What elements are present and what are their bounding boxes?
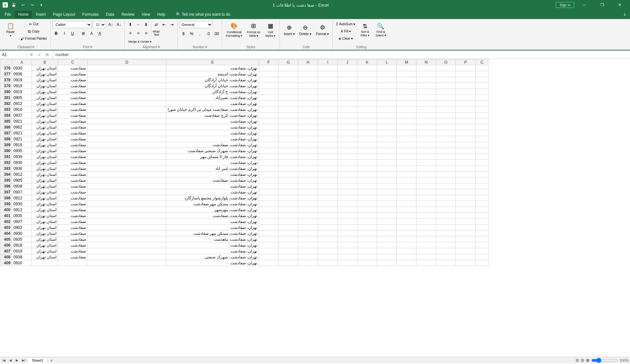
cell-q[interactable] (475, 225, 489, 231)
cell-a[interactable]: 0937 (12, 112, 32, 118)
cell-h[interactable] (298, 219, 318, 225)
cell-k[interactable] (357, 195, 377, 201)
cell-k[interactable] (357, 225, 377, 231)
menu-review[interactable]: Review (118, 11, 137, 18)
cell-l[interactable] (377, 219, 397, 225)
cell-n[interactable] (416, 195, 436, 201)
cell-k[interactable] (357, 166, 377, 172)
cell-p[interactable] (456, 201, 475, 207)
cell-l[interactable] (377, 207, 397, 213)
cell-a[interactable]: 0936 (12, 71, 32, 77)
cell-g[interactable] (279, 71, 298, 77)
cell-i[interactable] (318, 195, 338, 201)
cell-f[interactable] (259, 166, 279, 172)
cell-p[interactable] (456, 154, 475, 160)
cell-f[interactable] (259, 219, 279, 225)
cell-q[interactable] (475, 242, 489, 248)
cell-b[interactable]: استان تهران (32, 189, 58, 195)
cell-n[interactable] (416, 183, 436, 189)
cell-n[interactable] (416, 83, 436, 89)
cell-e[interactable]: تهران، صفادشت، صفادشت میدان بی اکرم خیاب… (166, 107, 259, 112)
cell-p[interactable] (456, 124, 475, 130)
cell-g[interactable] (279, 195, 298, 201)
cell-a[interactable]: 0919 (12, 248, 32, 254)
cell-f[interactable] (259, 195, 279, 201)
cell-d[interactable] (88, 71, 166, 77)
cell-q[interactable] (475, 130, 489, 136)
cell-g[interactable] (279, 65, 298, 71)
row-number[interactable]: 381 (0, 95, 12, 101)
cell-k[interactable] (357, 148, 377, 154)
cell-c[interactable]: صفادشت (58, 83, 88, 89)
cell-o[interactable] (436, 160, 456, 166)
cell-h[interactable] (298, 207, 318, 213)
cell-q[interactable] (475, 95, 489, 101)
cell-g[interactable] (279, 225, 298, 231)
cell-g[interactable] (279, 77, 298, 83)
cell-l[interactable] (377, 195, 397, 201)
cell-f[interactable] (259, 248, 279, 254)
cell-b[interactable]: استان تهران (32, 160, 58, 166)
cell-q[interactable] (475, 201, 489, 207)
cell-d[interactable] (88, 65, 166, 71)
cell-p[interactable] (456, 248, 475, 254)
cell-n[interactable] (416, 118, 436, 124)
cell-q[interactable] (475, 213, 489, 219)
cell-l[interactable] (377, 101, 397, 107)
number-expand-icon[interactable]: ⧉ (205, 45, 207, 49)
cell-j[interactable] (338, 183, 357, 189)
cell-j[interactable] (338, 201, 357, 207)
cell-q[interactable] (475, 177, 489, 183)
cell-i[interactable] (318, 83, 338, 89)
cell-e[interactable]: تهران، صفادشت، خ آزادگان (166, 89, 259, 95)
cell-g[interactable] (279, 254, 298, 260)
cell-b[interactable]: استان تهران (32, 166, 58, 172)
cell-e[interactable]: تهران، صفادشت، کرج صفادشت (166, 112, 259, 118)
col-header-k[interactable]: K (357, 59, 377, 65)
cell-b[interactable]: استان تهران (32, 219, 58, 225)
cell-a[interactable]: 0939 (12, 154, 32, 160)
cell-q[interactable] (475, 101, 489, 107)
cell-f[interactable] (259, 136, 279, 142)
cell-h[interactable] (298, 142, 318, 148)
cell-e[interactable]: تهران، صفادشت (166, 124, 259, 130)
cell-d[interactable] (88, 136, 166, 142)
cell-j[interactable] (338, 260, 357, 266)
menu-insert[interactable]: Insert (32, 11, 49, 18)
view-page-break-button[interactable]: ▦ (586, 358, 589, 362)
cell-p[interactable] (456, 136, 475, 142)
cell-j[interactable] (338, 189, 357, 195)
col-header-d[interactable]: D (88, 59, 166, 65)
cell-p[interactable] (456, 207, 475, 213)
cell-l[interactable] (377, 124, 397, 130)
cell-d[interactable] (88, 95, 166, 101)
cell-b[interactable] (32, 260, 58, 266)
cell-b[interactable]: استان تهران (32, 107, 58, 112)
cell-a[interactable]: 0919 (12, 83, 32, 89)
row-number[interactable]: 390 (0, 148, 12, 154)
row-number[interactable]: 385 (0, 118, 12, 124)
cell-j[interactable] (338, 83, 357, 89)
cell-n[interactable] (416, 236, 436, 242)
cell-h[interactable] (298, 101, 318, 107)
cell-c[interactable]: صفادشت (58, 136, 88, 142)
cell-h[interactable] (298, 254, 318, 260)
cell-a[interactable]: 0921 (12, 130, 32, 136)
cell-k[interactable] (357, 107, 377, 112)
cell-l[interactable] (377, 225, 397, 231)
cell-c[interactable]: صفادشت (58, 172, 88, 177)
cell-n[interactable] (416, 89, 436, 95)
row-number[interactable]: 395 (0, 177, 12, 183)
cell-e[interactable]: تهران، صفادشت، نصیرآباد (166, 95, 259, 101)
cell-p[interactable] (456, 148, 475, 154)
cell-d[interactable] (88, 231, 166, 236)
align-center-button[interactable]: ≡ (135, 30, 142, 37)
cell-a[interactable]: 0919 (12, 142, 32, 148)
cell-o[interactable] (436, 213, 456, 219)
row-number[interactable]: 394 (0, 172, 12, 177)
font-size-dropdown[interactable]: 11 (93, 21, 106, 28)
cell-m[interactable] (397, 183, 416, 189)
cell-b[interactable]: استان تهران (32, 118, 58, 124)
row-number[interactable]: 400 (0, 207, 12, 213)
cell-l[interactable] (377, 148, 397, 154)
